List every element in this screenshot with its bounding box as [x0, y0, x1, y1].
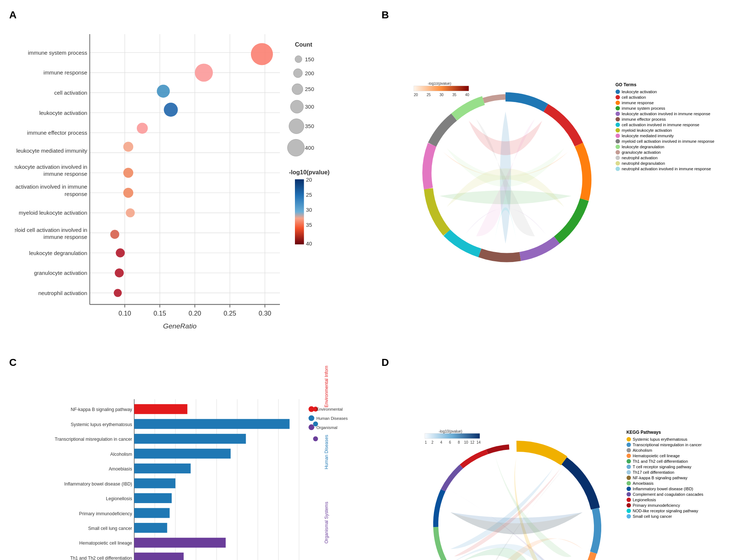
- svg-text:4: 4: [440, 440, 442, 444]
- svg-text:30: 30: [439, 93, 444, 97]
- svg-text:200: 200: [305, 70, 314, 76]
- svg-text:350: 350: [305, 123, 314, 129]
- svg-text:25: 25: [427, 93, 431, 97]
- legend-item-b-5: leukocyte activation involved in immune …: [616, 112, 715, 116]
- legend-item-b-2: cell activation: [616, 95, 715, 99]
- bar-amoe: [134, 463, 191, 473]
- svg-text:20: 20: [306, 177, 312, 183]
- legend-item-b-13: neutrophil activation: [616, 156, 715, 160]
- svg-text:Th1 and Th2 cell differentiati: Th1 and Th2 cell differentiation: [70, 556, 132, 560]
- panel-a-svg: 0.10 0.15 0.20 0.25 0.30 GeneRatio immun…: [15, 18, 365, 340]
- svg-text:Organismal: Organismal: [316, 425, 337, 430]
- bar-leg: [134, 493, 172, 503]
- svg-rect-142: [425, 433, 480, 439]
- panel-b: B: [380, 7, 745, 348]
- svg-text:Legionellosis: Legionellosis: [106, 496, 132, 501]
- svg-text:leukocyte mediated immunity: leukocyte mediated immunity: [16, 148, 87, 154]
- legend-item-b-6: immune effector process: [616, 117, 715, 121]
- legend-item-d-5: Th1 and Th2 cell differentiation: [627, 459, 704, 463]
- svg-point-136: [309, 406, 314, 412]
- svg-point-52: [123, 142, 133, 152]
- svg-text:myeloid leukocyte activation: myeloid leukocyte activation: [19, 210, 87, 216]
- svg-text:-log10(pvalue): -log10(pvalue): [289, 169, 330, 175]
- svg-text:300: 300: [305, 103, 314, 110]
- svg-text:30: 30: [306, 207, 312, 213]
- legend-item-b-10: myeloid cell activation involved in immu…: [616, 139, 715, 143]
- svg-point-50: [164, 103, 178, 117]
- svg-point-54: [123, 188, 133, 198]
- legend-item-d-12: Legionellosis: [627, 498, 704, 502]
- panel-b-legend-title: GO Terms: [616, 82, 715, 87]
- svg-text:immune response: immune response: [44, 234, 87, 240]
- legend-item-b-8: myeloid leukocyte activation: [616, 128, 715, 132]
- svg-text:1: 1: [425, 440, 427, 444]
- svg-text:Human Diseases: Human Diseases: [324, 435, 329, 469]
- legend-item-d-4: Hematopoietic cell lineage: [627, 454, 704, 458]
- legend-item-b-14: neutrophil degranulation: [616, 161, 715, 166]
- legend-item-b-1: leukocyte activation: [616, 90, 715, 94]
- svg-point-49: [157, 85, 169, 98]
- legend-item-d-13: Primary immunodeficiency: [627, 503, 704, 508]
- panel-a-label: A: [9, 9, 17, 21]
- svg-text:Inflammatory bowel disease (IB: Inflammatory bowel disease (IBD): [64, 481, 132, 487]
- svg-text:Amoebiasis: Amoebiasis: [109, 466, 132, 472]
- svg-text:14: 14: [477, 440, 481, 444]
- legend-item-b-4: immune system process: [616, 106, 715, 110]
- legend-item-d-14: NOD-like receptor signaling pathway: [627, 509, 704, 513]
- svg-text:Environmental: Environmental: [316, 407, 343, 411]
- svg-text:6: 6: [449, 440, 451, 444]
- svg-text:8: 8: [458, 440, 460, 444]
- panel-c: C 0 2 4: [7, 355, 372, 560]
- svg-text:immune response: immune response: [44, 69, 87, 76]
- svg-text:Alcoholism: Alcoholism: [110, 452, 132, 457]
- bar-tmic: [134, 434, 246, 444]
- legend-item-d-7: Th17 cell differentiation: [627, 470, 704, 474]
- svg-point-48: [195, 63, 213, 81]
- svg-text:10: 10: [464, 440, 468, 444]
- bar-hema: [134, 538, 226, 548]
- svg-text:Count: Count: [295, 41, 313, 48]
- svg-point-67: [291, 100, 303, 113]
- svg-text:immune effector process: immune effector process: [27, 130, 87, 136]
- panel-d: D: [380, 355, 745, 560]
- svg-text:neutrophil activation: neutrophil activation: [38, 290, 87, 296]
- svg-rect-80: [414, 86, 469, 91]
- svg-text:response: response: [65, 191, 87, 197]
- legend-item-d-10: Inflammatory bowel disease (IBD): [627, 487, 704, 491]
- legend-item-d-1: Systemic lupus erythematosus: [627, 437, 704, 441]
- legend-item-d-15: Small cell lung cancer: [627, 514, 704, 519]
- svg-point-53: [123, 168, 133, 178]
- panel-d-label: D: [382, 357, 389, 368]
- svg-point-132: [313, 436, 318, 441]
- svg-text:400: 400: [305, 145, 314, 151]
- svg-text:-log10(pvalue): -log10(pvalue): [428, 82, 451, 86]
- bar-sle: [134, 419, 290, 429]
- chord-diagram-d: -log10(pvalue) 1 2 4 6 8 10 12 14: [421, 430, 612, 560]
- svg-text:25: 25: [306, 192, 312, 198]
- bar-pimmu: [134, 508, 170, 518]
- chord-diagram-b: 20 25 30 35 40 -log10(pvalue): [410, 82, 601, 273]
- figure-container: A: [0, 0, 752, 560]
- panel-c-label: C: [9, 357, 17, 368]
- svg-point-55: [126, 208, 135, 218]
- svg-text:-log10(pvalue): -log10(pvalue): [439, 430, 462, 433]
- panel-b-content: 20 25 30 35 40 -log10(pvalue) GO Terms l…: [410, 82, 715, 273]
- svg-point-57: [116, 248, 125, 258]
- legend-item-b-11: leukocyte degranulation: [616, 145, 715, 149]
- svg-point-58: [115, 268, 124, 277]
- svg-text:150: 150: [305, 56, 314, 62]
- bar-ibd: [134, 479, 175, 488]
- svg-text:40: 40: [465, 93, 470, 97]
- bar-sclc: [134, 523, 167, 533]
- legend-item-b-3: immune response: [616, 101, 715, 105]
- svg-point-137: [309, 415, 314, 421]
- legend-item-b-15: neutrophil activation involved in immune…: [616, 167, 715, 171]
- panel-d-legend-title: KEGG Pathways: [627, 430, 704, 435]
- svg-text:Hematopoietic cell lineage: Hematopoietic cell lineage: [79, 541, 132, 546]
- legend-item-b-7: cell activation involved in immune respo…: [616, 123, 715, 127]
- svg-text:immune system process: immune system process: [28, 50, 87, 56]
- legend-item-d-2: Transcriptional misregulation in cancer: [627, 443, 704, 447]
- svg-text:0.25: 0.25: [223, 310, 236, 317]
- legend-item-b-9: leukocyte mediated immunity: [616, 134, 715, 138]
- bar-nfkb: [134, 404, 187, 414]
